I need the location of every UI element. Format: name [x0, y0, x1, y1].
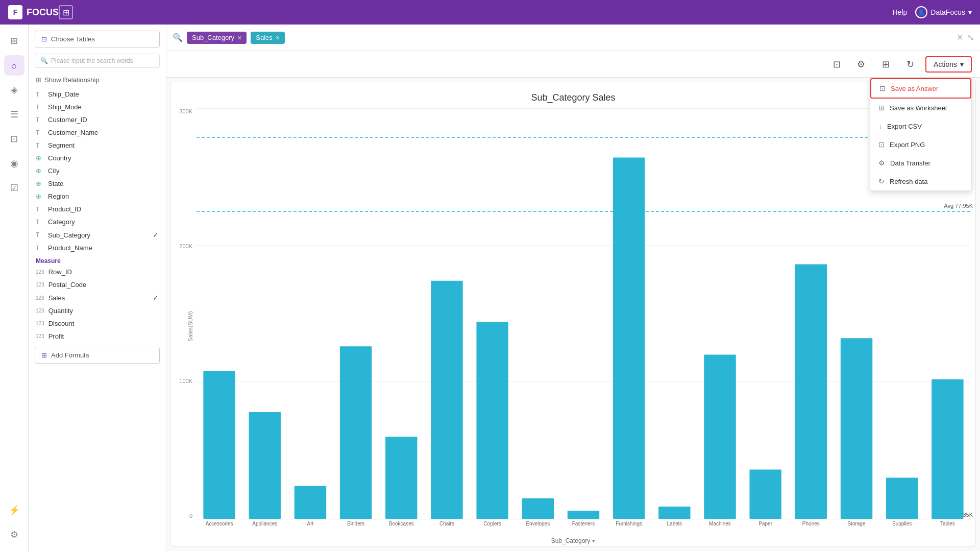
choose-tables-button[interactable]: ⊡ Choose Tables: [35, 31, 160, 47]
tag-sales-close[interactable]: ×: [276, 34, 280, 42]
dropdown-save-answer[interactable]: ⊡ Save as Answer: [870, 78, 971, 99]
sidebar-item-region[interactable]: ⊕ Region: [29, 190, 166, 203]
sidebar-search-placeholder: Please input the search words: [51, 57, 133, 64]
sidebar-item-discount[interactable]: 123 Discount: [29, 317, 166, 330]
bar-paper[interactable]: [749, 470, 781, 519]
sidebar-item-ship-date[interactable]: T Ship_Date: [29, 88, 166, 101]
bar-copiers[interactable]: [476, 322, 508, 519]
refresh-icon[interactable]: ↻: [901, 55, 919, 74]
add-formula-button[interactable]: ⊞ Add Formula: [35, 347, 160, 364]
actions-button[interactable]: Actions ▾: [925, 56, 972, 73]
dropdown-export-csv[interactable]: ↓ Export CSV: [870, 117, 971, 135]
bar-furnishings[interactable]: [613, 157, 645, 519]
sidebar-search-box[interactable]: 🔍 Please input the search words: [35, 54, 160, 68]
bar-bookcases[interactable]: [385, 437, 417, 519]
nav-analytics[interactable]: ⚡: [4, 500, 24, 520]
bar-supplies[interactable]: [886, 478, 918, 519]
choose-tables-icon: ⊡: [41, 35, 47, 43]
table-icon[interactable]: ⊞: [876, 55, 895, 74]
bar-chairs[interactable]: [431, 281, 462, 519]
sidebar-item-category[interactable]: T Category: [29, 215, 166, 228]
tag-sales[interactable]: Sales ×: [251, 32, 285, 44]
dropdown-data-transfer[interactable]: ⚙ Data Transfer: [870, 154, 971, 172]
sidebar-item-ship-mode[interactable]: T Ship_Mode: [29, 101, 166, 113]
logo-icon: F: [8, 5, 22, 19]
dropdown-refresh-data[interactable]: ↻ Refresh data: [870, 172, 971, 190]
bar-storage[interactable]: [841, 338, 872, 519]
nav-tasks[interactable]: ☑: [4, 178, 24, 198]
nav-home[interactable]: ⊞: [4, 31, 24, 51]
dropdown-export-png[interactable]: ⊡ Export PNG: [870, 135, 971, 154]
type-icon-customer-id: T: [36, 116, 44, 124]
search-expand-icon[interactable]: ⤡: [967, 33, 974, 42]
type-icon-city: ⊕: [36, 167, 44, 175]
bar-binders[interactable]: [340, 346, 372, 519]
bar-machines[interactable]: [704, 354, 736, 519]
type-icon-customer-name: T: [36, 129, 44, 136]
bar-tables[interactable]: [932, 379, 963, 519]
item-label-row-id: Row_ID: [48, 268, 72, 276]
tag-sub-category[interactable]: Sub_Category ×: [187, 32, 247, 44]
sidebar-item-customer-name[interactable]: T Customer_Name: [29, 126, 166, 139]
add-new-button[interactable]: ⊞: [59, 5, 73, 19]
sidebar-item-country[interactable]: ⊕ Country: [29, 152, 166, 164]
tag-sub-category-label: Sub_Category: [192, 34, 234, 41]
nav-list[interactable]: ☰: [4, 104, 24, 125]
user-name: DataFocus: [930, 8, 965, 16]
sidebar-item-postal-code[interactable]: 123 Postal_Code: [29, 278, 166, 291]
sidebar-item-product-name[interactable]: T Product_Name: [29, 242, 166, 254]
bar-envelopes[interactable]: [522, 498, 554, 519]
chart-type-icon[interactable]: ⊡: [827, 55, 846, 74]
show-relationship-button[interactable]: ⊞ Show Relationship: [29, 72, 166, 88]
main-content: 🔍 Sub_Category × Sales × ✕ ⤡ ⊡ ⚙ ⊞ ↻ Act…: [166, 25, 980, 551]
help-link[interactable]: Help: [893, 8, 908, 16]
bar-art[interactable]: [295, 486, 326, 519]
nav-widgets[interactable]: ◈: [4, 80, 24, 100]
sidebar: ⊡ Choose Tables 🔍 Please input the searc…: [29, 25, 166, 551]
refresh-data-label: Refresh data: [890, 178, 927, 185]
sidebar-item-state[interactable]: ⊕ State: [29, 177, 166, 190]
toolbar: ⊡ ⚙ ⊞ ↻ Actions ▾ ⊡ Save as Answer ⊞ Sav…: [166, 51, 980, 78]
bar-labels[interactable]: [658, 507, 690, 519]
top-nav-right: Help 👤 DataFocus ▾: [893, 6, 972, 18]
data-transfer-label: Data Transfer: [890, 159, 930, 167]
x-label-appliances: Appliances: [242, 521, 287, 526]
nav-reports[interactable]: ◉: [4, 153, 24, 174]
nav-search[interactable]: ⌕: [4, 55, 24, 76]
sidebar-item-segment[interactable]: T Segment: [29, 139, 166, 152]
sidebar-item-product-id[interactable]: T Product_ID: [29, 203, 166, 215]
item-label-product-name: Product_Name: [48, 244, 92, 252]
bar-fasteners[interactable]: [568, 511, 599, 519]
x-label-labels: Labels: [652, 521, 697, 526]
sidebar-item-profit[interactable]: 123 Profit: [29, 330, 166, 343]
type-icon-quantity: 123: [36, 308, 44, 314]
choose-tables-label: Choose Tables: [51, 35, 95, 43]
user-menu[interactable]: 👤 DataFocus ▾: [915, 6, 972, 18]
bar-appliances[interactable]: [249, 412, 281, 519]
dropdown-save-worksheet[interactable]: ⊞ Save as Worksheet: [870, 99, 971, 117]
app-logo[interactable]: F FOCUS: [8, 5, 59, 19]
bar-accessories[interactable]: [203, 371, 235, 519]
item-label-customer-name: Customer_Name: [48, 129, 98, 136]
app-name: FOCUS: [27, 7, 59, 18]
bar-phones[interactable]: [795, 265, 827, 519]
search-clear-icon[interactable]: ✕: [957, 33, 963, 42]
item-label-customer-id: Customer_ID: [48, 116, 87, 124]
x-label-binders: Binders: [333, 521, 379, 526]
sidebar-item-customer-id[interactable]: T Customer_ID: [29, 113, 166, 126]
sidebar-item-sales[interactable]: 123 Sales ✓: [29, 291, 166, 304]
nav-board[interactable]: ⊡: [4, 129, 24, 149]
sidebar-item-sub-category[interactable]: T Sub_Category ✓: [29, 228, 166, 242]
settings-icon[interactable]: ⚙: [852, 55, 870, 74]
type-icon-ship-date: T: [36, 91, 44, 98]
nav-settings[interactable]: ⚙: [4, 524, 24, 545]
tag-sub-category-close[interactable]: ×: [237, 34, 241, 42]
type-icon-discount: 123: [36, 321, 44, 326]
sidebar-item-row-id[interactable]: 123 Row_ID: [29, 266, 166, 278]
sidebar-item-city[interactable]: ⊕ City: [29, 164, 166, 177]
sales-checkmark: ✓: [153, 294, 159, 302]
item-label-country: Country: [48, 154, 71, 162]
chart-area: Sub_Category Sales 300K 200K 100K 0 Sale…: [170, 82, 976, 547]
sidebar-item-quantity[interactable]: 123 Quantity: [29, 304, 166, 317]
type-icon-product-id: T: [36, 206, 44, 213]
